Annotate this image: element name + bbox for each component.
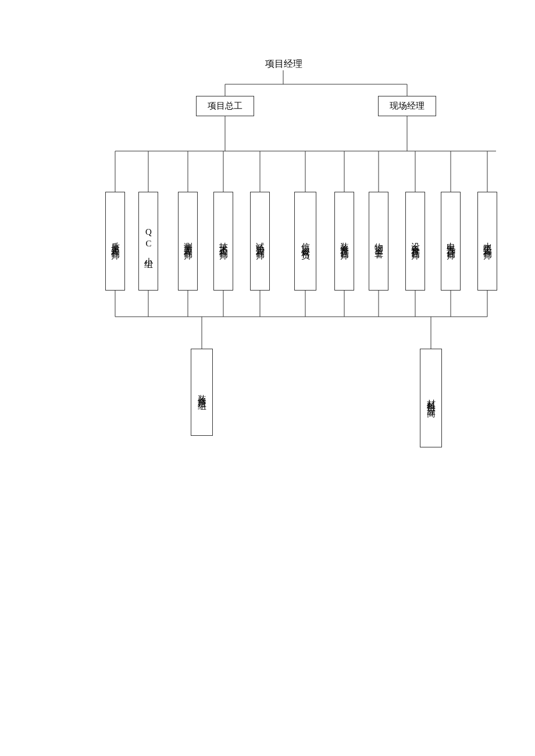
level3-box-5: 信息资料员 <box>294 192 316 291</box>
level3-box-1: QC小组 <box>138 192 158 291</box>
connector-lines <box>0 0 535 756</box>
level3-box-4: 试验工程师 <box>250 192 270 291</box>
chief-engineer-box: 项目总工 <box>196 96 254 116</box>
level3-box-8: 设备责任师 <box>405 192 425 291</box>
level3-box-2: 测量工程师 <box>178 192 198 291</box>
level3-box-10: 水暖工程师 <box>477 192 497 291</box>
level3-box-6: 装修责任师 <box>334 192 354 291</box>
material-supplier-box: 材料供应商 <box>420 349 442 447</box>
level3-box-9: 电气责任师 <box>441 192 461 291</box>
decoration-team-box: 装修班组 <box>191 349 213 436</box>
level3-box-7: 物资主管 <box>369 192 388 291</box>
level3-box-3: 技术工程师 <box>213 192 233 291</box>
project-manager-label: 项目经理 <box>265 58 302 70</box>
level3-box-0: 质量工程师 <box>105 192 125 291</box>
site-manager-box: 现场经理 <box>378 96 436 116</box>
